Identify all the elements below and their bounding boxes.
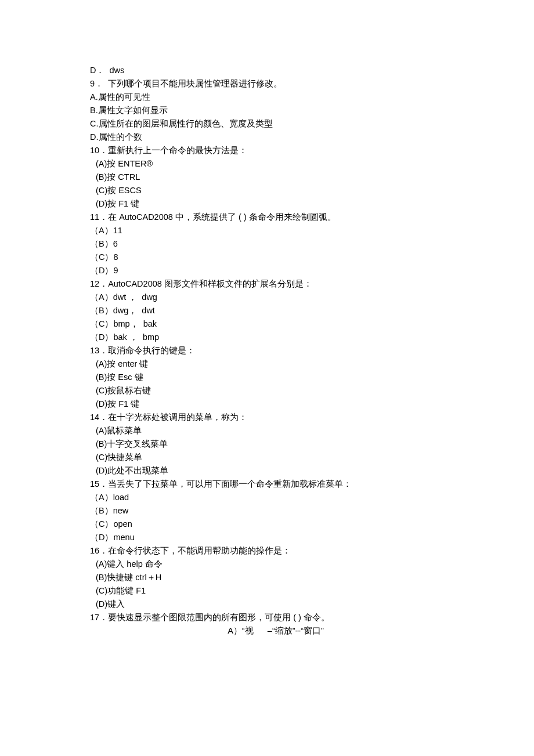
q12-option-a: （A）dwt ， dwg <box>90 291 444 304</box>
question-12: 12．AutoCAD2008 图形文件和样板文件的扩展名分别是： <box>90 277 444 291</box>
q12-option-b: （B）dwg， dwt <box>90 304 444 317</box>
q10-option-a: (A)按 ENTER® <box>90 157 444 171</box>
q16-option-a: (A)键入 help 命令 <box>90 558 444 571</box>
q11-option-b: （B）6 <box>90 237 444 251</box>
q12-option-c: （C）bmp， bak <box>90 317 444 331</box>
q9-option-c: C.属性所在的图层和属性行的颜色、宽度及类型 <box>90 117 444 131</box>
q9-option-d: D.属性的个数 <box>90 131 444 144</box>
q11-option-c: （C）8 <box>90 251 444 264</box>
q11-option-a: （A）11 <box>90 224 444 237</box>
q9-option-a: A.属性的可见性 <box>90 91 444 104</box>
q13-option-d: (D)按 F1 键 <box>90 397 444 411</box>
q10-option-b: (B)按 CTRL <box>90 171 444 184</box>
document-page: D． dws 9． 下列哪个项目不能用块属性管理器进行修改。 A.属性的可见性 … <box>0 0 534 756</box>
q15-option-b: （B）new <box>90 504 444 518</box>
question-13: 13．取消命令执行的键是： <box>90 344 444 357</box>
q14-option-b: (B)十字交叉线菜单 <box>90 437 444 451</box>
q10-option-d: (D)按 F1 键 <box>90 197 444 211</box>
q14-option-c: (C)快捷菜单 <box>90 451 444 464</box>
option-d-dws: D． dws <box>90 64 444 77</box>
q9-option-b: B.属性文字如何显示 <box>90 104 444 117</box>
q10-option-c: (C)按 ESCS <box>90 184 444 197</box>
question-16: 16．在命令行状态下，不能调用帮助功能的操作是： <box>90 544 444 558</box>
q12-option-d: （D）bak ， bmp <box>90 331 444 344</box>
question-15: 15．当丢失了下拉菜单，可以用下面哪一个命令重新加载标准菜单： <box>90 478 444 491</box>
q13-option-c: (C)按鼠标右键 <box>90 384 444 397</box>
q14-option-a: (A)鼠标菜单 <box>90 424 444 437</box>
q13-option-a: (A)按 enter 键 <box>90 357 444 371</box>
q16-option-d: (D)键入 <box>90 598 444 611</box>
question-17: 17．要快速显示整个图限范围内的所有图形，可使用 ( ) 命令。 <box>90 611 444 624</box>
question-14: 14．在十字光标处被调用的菜单，称为： <box>90 411 444 424</box>
question-10: 10．重新执行上一个命令的最快方法是： <box>90 144 444 157</box>
q14-option-d: (D)此处不出现菜单 <box>90 464 444 478</box>
q15-option-c: （C）open <box>90 518 444 531</box>
q17-option-a: A）“视 –“缩放”--“窗口” <box>90 624 444 638</box>
q16-option-c: (C)功能键 F1 <box>90 584 444 598</box>
q15-option-d: （D）menu <box>90 531 444 544</box>
q11-option-d: （D）9 <box>90 264 444 277</box>
q16-option-b: (B)快捷键 ctrl＋H <box>90 571 444 584</box>
question-9: 9． 下列哪个项目不能用块属性管理器进行修改。 <box>90 77 444 91</box>
q13-option-b: (B)按 Esc 键 <box>90 371 444 384</box>
question-11: 11．在 AutoCAD2008 中，系统提供了 ( ) 条命令用来绘制圆弧。 <box>90 211 444 224</box>
q15-option-a: （A）load <box>90 491 444 504</box>
